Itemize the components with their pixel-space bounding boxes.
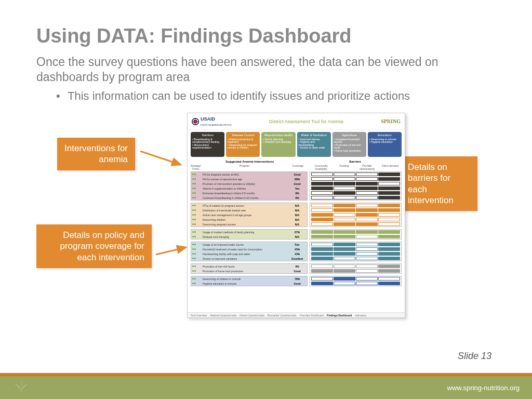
category-tile: Nutrition• Breastfeeding & complementary…: [191, 132, 224, 157]
dashboard-title: District Assessment Tool for Anemia: [269, 119, 343, 124]
table-row: Hygiene education in schoolsGood: [191, 281, 307, 286]
barrier-row: [310, 203, 401, 208]
worksheet-tab: Indicators: [355, 314, 366, 317]
slide: Using DATA: Findings Dashboard Once the …: [0, 0, 532, 399]
barrier-row: [310, 186, 401, 191]
table-row: Deworming of children in schools78%: [191, 276, 307, 281]
table-row: Usage of modern methods of family planni…: [191, 230, 307, 234]
worksheet-tab: Overview Dashboard: [299, 314, 324, 317]
barrier-row: [310, 247, 401, 251]
callout-interventions: Interventions for anemia: [57, 138, 135, 170]
slide-number: Slide 13: [458, 351, 491, 362]
col-label: Client demand: [379, 164, 402, 170]
barrier-row: [310, 269, 401, 273]
usaid-logo: USAID FROM THE AMERICAN PEOPLE: [192, 116, 232, 127]
dashboard-screenshot: USAID FROM THE AMERICAN PEOPLE District …: [187, 113, 405, 318]
table-row: Promotion of iron-rich foods0%: [191, 264, 307, 269]
intervention-group: Deworming of children in schools78%Hygie…: [191, 276, 402, 287]
category-tile: Water & Sanitation• Improved latrines• H…: [297, 132, 331, 157]
barrier-row: [310, 276, 401, 281]
barrier-row: [310, 234, 401, 239]
intervention-group: IPTp of malaria for pregnant womenN/ADis…: [191, 203, 402, 228]
col-label: Program: [201, 164, 288, 170]
intervention-group: IFA for pregnant women at ANCGoodIFA for…: [191, 171, 402, 202]
column-headers: Strategy/ Policy Program Coverage Commod…: [191, 164, 402, 170]
table-row: Promotion of home food productionGood: [191, 269, 307, 273]
footer-bar: www.spring-nutrition.org: [0, 376, 532, 399]
usaid-seal-icon: [192, 118, 199, 125]
intervention-group: Promotion of iron-rich foods0%Promotion …: [191, 263, 402, 275]
category-tile: Education• Deworming in schools• Hygiene…: [368, 132, 402, 157]
spring-logo: SPRING: [381, 118, 401, 124]
callout-barriers: Details on barriers for each interventio…: [401, 156, 477, 211]
col-label: Funding: [332, 164, 355, 170]
table-row: Provision of micronutrient powders to ch…: [191, 181, 307, 186]
barrier-row: [310, 177, 401, 181]
table-row: IFA for pregnant women at ANCGood: [191, 172, 307, 177]
table-row: Distribution of insecticide treated nets…: [191, 208, 307, 212]
bullet-text: This information can be used to identify…: [68, 89, 496, 104]
table-zone: Suggested Anemia Interventions Barriers …: [188, 158, 405, 290]
table-row: Handwashing facility with soap and water…: [191, 251, 307, 256]
barrier-row: [310, 251, 401, 256]
usaid-text: USAID: [201, 116, 215, 122]
lead-text: Once the survey questions have been answ…: [36, 55, 496, 85]
barrier-row: [310, 181, 401, 186]
usaid-subtext: FROM THE AMERICAN PEOPLE: [201, 124, 232, 126]
intervention-group: Usage of modern methods of family planni…: [191, 229, 402, 241]
section-right-label: Barriers: [309, 160, 402, 163]
barrier-row: [310, 281, 401, 286]
worksheet-tab: National Questionnaire: [210, 314, 236, 317]
table-row: IPTp of malaria for pregnant womenN/A: [191, 203, 307, 208]
barrier-row: [310, 172, 401, 177]
barrier-row: [310, 230, 401, 234]
table-row: Usage of an improved water sourceFair: [191, 242, 307, 247]
col-label: Provider skills/training: [356, 164, 379, 170]
section-headers: Suggested Anemia Interventions Barriers: [191, 159, 402, 164]
intervention-group: Usage of an improved water sourceFairHou…: [191, 242, 402, 262]
worksheet-tab: Tool Overview: [191, 314, 207, 317]
category-tile: Reproductive Health• Family planning• De…: [261, 132, 295, 157]
table-row: IFA for women of reproductive age88%: [191, 177, 307, 181]
callout-coverage: Details on policy and program coverage f…: [36, 224, 152, 268]
dashboard-header: USAID FROM THE AMERICAN PEOPLE District …: [188, 113, 405, 130]
table-row: Access to improved sanitationExcellent: [191, 256, 307, 261]
barrier-row: [310, 191, 401, 195]
category-tile: Agriculture• Increased household income•…: [332, 132, 366, 157]
table-row: Active case management in all age groups…: [191, 212, 307, 217]
category-tile: Disease Control• Malaria prevention & tr…: [226, 132, 260, 157]
table-row: Delayed cord clampingN/A: [191, 234, 307, 239]
table-row: Exclusive breastfeeding in infants 0-5 m…: [191, 191, 307, 195]
barrier-row: [310, 217, 401, 222]
barrier-row: [310, 222, 401, 227]
content-area: Interventions for anemia Details on poli…: [36, 113, 496, 331]
section-left-label: Suggested Anemia Interventions: [191, 160, 309, 163]
arrow-icon: [155, 244, 191, 260]
arrow-icon: [139, 148, 186, 169]
barrier-row: [310, 256, 401, 261]
col-label: Commodity Availability: [310, 164, 332, 170]
barrier-row: [310, 264, 401, 269]
svg-line-0: [140, 151, 181, 165]
barrier-row: [310, 212, 401, 217]
leaf-icon: [12, 379, 30, 396]
barrier-row: [310, 242, 401, 247]
worksheet-tab: Biomarker Questionnaire: [268, 314, 296, 317]
col-label: Strategy/ Policy: [191, 164, 201, 170]
worksheet-tab: District Questionnaire: [240, 314, 264, 317]
table-row: Continued breastfeeding in children 6-23…: [191, 195, 307, 200]
footer-url: www.spring-nutrition.org: [447, 384, 520, 392]
barrier-row: [310, 195, 401, 200]
svg-line-1: [156, 247, 186, 255]
page-title: Using DATA: Findings Dashboard: [36, 25, 496, 47]
table-row: Deworming childrenN/A: [191, 217, 307, 222]
barrier-row: [310, 208, 401, 212]
table-row: Household treatment of water used for co…: [191, 247, 307, 251]
table-row: Vitamin A supplementation to childrenYes: [191, 186, 307, 191]
worksheet-tab: Findings Dashboard: [327, 314, 352, 317]
worksheet-tabs: Tool OverviewNational QuestionnaireDistr…: [188, 312, 405, 317]
category-tiles: Nutrition• Breastfeeding & complementary…: [188, 130, 405, 158]
col-label: Coverage: [288, 164, 308, 170]
table-row: Deworming pregnant womenN/A: [191, 222, 307, 227]
